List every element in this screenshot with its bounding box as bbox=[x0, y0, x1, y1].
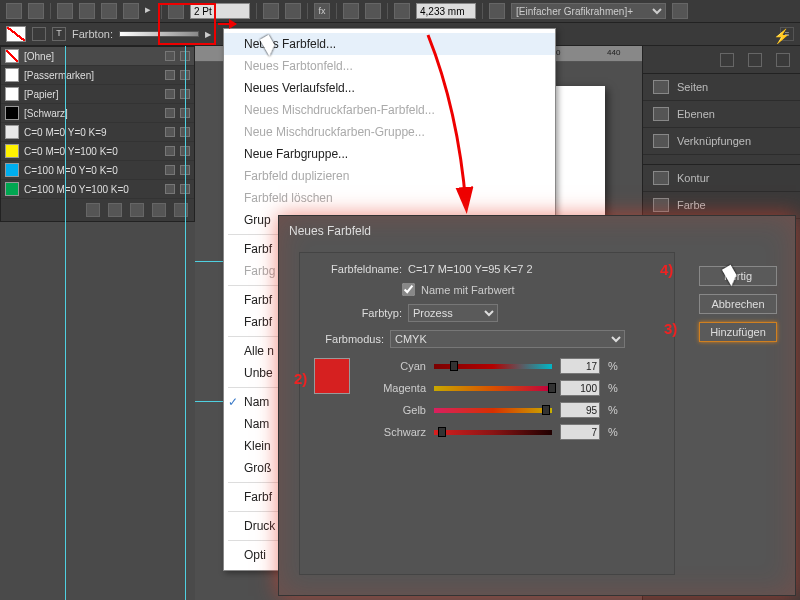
menu-item[interactable]: Neues Verlaufsfeld... bbox=[224, 77, 555, 99]
fx-icon[interactable]: fx bbox=[314, 3, 330, 19]
tool-icon[interactable] bbox=[365, 3, 381, 19]
color-slider[interactable] bbox=[434, 384, 552, 392]
swatch-type-icon bbox=[165, 127, 175, 137]
menu-item: Farbfeld duplizieren bbox=[224, 165, 555, 187]
swatches-footer bbox=[1, 199, 194, 221]
swatch-row[interactable]: C=100 M=0 Y=100 K=0 bbox=[1, 180, 194, 199]
menu-item: Neue Mischdruckfarben-Gruppe... bbox=[224, 121, 555, 143]
swatch-name: C=100 M=0 Y=0 K=0 bbox=[24, 165, 160, 176]
swatch-name: [Schwarz] bbox=[24, 108, 160, 119]
panel-tab[interactable]: Verknüpfungen bbox=[643, 128, 800, 155]
size-input[interactable] bbox=[416, 3, 476, 19]
color-type-select[interactable]: Prozess bbox=[408, 304, 498, 322]
menu-item-label: Neues Farbfeld... bbox=[244, 37, 336, 51]
slider-label: Magenta bbox=[360, 382, 426, 394]
stroke-weight-input[interactable] bbox=[190, 3, 250, 19]
text-toggle-icon[interactable]: T bbox=[52, 27, 66, 41]
new-swatch-icon[interactable] bbox=[130, 203, 144, 217]
panel-tab[interactable]: Kontur bbox=[643, 165, 800, 192]
tool-icon[interactable] bbox=[394, 3, 410, 19]
slider-thumb[interactable] bbox=[548, 383, 556, 393]
color-slider[interactable] bbox=[434, 428, 552, 436]
new-swatch-icon[interactable] bbox=[108, 203, 122, 217]
panel-icon[interactable] bbox=[748, 53, 762, 67]
slider-thumb[interactable] bbox=[438, 427, 446, 437]
menu-item-label: Farbf bbox=[244, 315, 272, 329]
swatch-chip bbox=[5, 144, 19, 158]
stroke-icon[interactable] bbox=[168, 3, 184, 19]
annotation-arrow bbox=[218, 23, 236, 25]
slider-value-input[interactable] bbox=[560, 358, 600, 374]
tool-icon[interactable] bbox=[263, 3, 279, 19]
bolt-icon[interactable]: ⚡ bbox=[773, 28, 790, 44]
menu-item-label: Alle n bbox=[244, 344, 274, 358]
color-slider[interactable] bbox=[434, 406, 552, 414]
menu-item: Neues Mischdruckfarben-Farbfeld... bbox=[224, 99, 555, 121]
slider-value-input[interactable] bbox=[560, 424, 600, 440]
add-button[interactable]: Hinzufügen bbox=[699, 322, 777, 342]
swatch-type-icon bbox=[165, 89, 175, 99]
new-group-icon[interactable] bbox=[86, 203, 100, 217]
panel-icon[interactable] bbox=[720, 53, 734, 67]
tool-icon[interactable] bbox=[6, 3, 22, 19]
swatch-row[interactable]: [Papier] bbox=[1, 85, 194, 104]
panel-tab-icon bbox=[653, 107, 669, 121]
swatch-type-icon bbox=[165, 51, 175, 61]
tool-icon[interactable] bbox=[79, 3, 95, 19]
slider-value-input[interactable] bbox=[560, 402, 600, 418]
swatch-row[interactable]: C=0 M=0 Y=100 K=0 bbox=[1, 142, 194, 161]
tool-icon[interactable] bbox=[672, 3, 688, 19]
name-with-value-checkbox[interactable] bbox=[402, 283, 415, 296]
swatch-chip bbox=[5, 87, 19, 101]
swatch-name: [Passermarken] bbox=[24, 70, 160, 81]
swatch-row[interactable]: [Passermarken] bbox=[1, 66, 194, 85]
slider-thumb[interactable] bbox=[542, 405, 550, 415]
menu-item-label: Farbf bbox=[244, 293, 272, 307]
frame-preset-select[interactable]: [Einfacher Grafikrahmen]+ bbox=[511, 3, 666, 19]
page-icon[interactable] bbox=[152, 203, 166, 217]
guide[interactable] bbox=[65, 46, 66, 600]
guide[interactable] bbox=[185, 46, 186, 600]
swatch-row[interactable]: [Ohne] bbox=[1, 47, 194, 66]
swatch-name: C=100 M=0 Y=100 K=0 bbox=[24, 184, 160, 195]
menu-item-label: Grup bbox=[244, 213, 271, 227]
swatch-row[interactable]: C=0 M=0 Y=0 K=9 bbox=[1, 123, 194, 142]
menu-item: Neues Farbtonfeld... bbox=[224, 55, 555, 77]
slider-thumb[interactable] bbox=[450, 361, 458, 371]
panel-tab[interactable]: Ebenen bbox=[643, 101, 800, 128]
dialog-title: Neues Farbfeld bbox=[279, 216, 795, 246]
caret-icon[interactable]: ▸ bbox=[145, 3, 155, 19]
fill-proxy-icon[interactable] bbox=[6, 26, 26, 42]
menu-item-label: Farbfeld duplizieren bbox=[244, 169, 349, 183]
percent-label: % bbox=[608, 426, 620, 438]
tool-icon[interactable] bbox=[57, 3, 73, 19]
swatch-row[interactable]: [Schwarz] bbox=[1, 104, 194, 123]
panel-tab-icon bbox=[653, 171, 669, 185]
cancel-button[interactable]: Abbrechen bbox=[699, 294, 777, 314]
percent-label: % bbox=[608, 382, 620, 394]
tool-icon[interactable] bbox=[489, 3, 505, 19]
color-mode-select[interactable]: CMYK bbox=[390, 330, 625, 348]
swatch-name: [Ohne] bbox=[24, 51, 160, 62]
swatch-name-label: Farbfeldname: bbox=[314, 263, 402, 275]
menu-item[interactable]: Neue Farbgruppe... bbox=[224, 143, 555, 165]
swatch-row[interactable]: C=100 M=0 Y=0 K=0 bbox=[1, 161, 194, 180]
object-toggle-icon[interactable] bbox=[32, 27, 46, 41]
menu-item-label: Druck bbox=[244, 519, 275, 533]
color-slider[interactable] bbox=[434, 362, 552, 370]
panel-tab[interactable]: Seiten bbox=[643, 74, 800, 101]
menu-item-label: Nam bbox=[244, 417, 269, 431]
tool-icon[interactable] bbox=[101, 3, 117, 19]
swatch-chip bbox=[5, 68, 19, 82]
tint-slider[interactable] bbox=[119, 31, 199, 37]
panel-icon[interactable] bbox=[776, 53, 790, 67]
ok-button[interactable]: Fertig bbox=[699, 266, 777, 286]
tool-icon[interactable] bbox=[123, 3, 139, 19]
slider-value-input[interactable] bbox=[560, 380, 600, 396]
swatch-chip bbox=[5, 163, 19, 177]
check-icon: ✓ bbox=[228, 395, 238, 409]
tool-icon[interactable] bbox=[285, 3, 301, 19]
tool-icon[interactable] bbox=[343, 3, 359, 19]
menu-item[interactable]: Neues Farbfeld... bbox=[224, 33, 555, 55]
tool-icon[interactable] bbox=[28, 3, 44, 19]
